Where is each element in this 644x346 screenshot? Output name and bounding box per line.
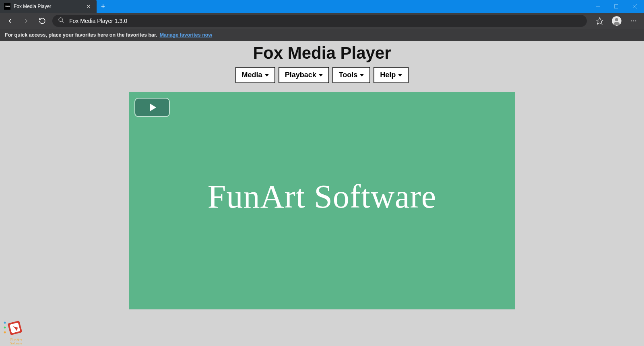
video-brand-overlay: FunArt Software: [208, 178, 436, 224]
minimize-icon[interactable]: [588, 0, 607, 13]
page-content: Fox Media Player Media Playback Tools He…: [0, 41, 644, 346]
window-controls: [588, 0, 644, 13]
close-window-icon[interactable]: [625, 0, 644, 13]
menu-media[interactable]: Media: [235, 67, 275, 83]
svg-marker-6: [597, 18, 603, 25]
svg-point-11: [635, 21, 636, 22]
menu-help[interactable]: Help: [374, 67, 409, 83]
chevron-down-icon: [398, 74, 402, 76]
svg-point-9: [631, 21, 632, 22]
menu-media-label: Media: [242, 71, 262, 79]
tab-close-icon[interactable]: ✕: [85, 3, 93, 10]
manage-favorites-link[interactable]: Manage favorites now: [160, 32, 213, 38]
favorite-star-icon[interactable]: [593, 14, 606, 27]
favorites-hint-text: For quick access, place your favorites h…: [5, 32, 157, 38]
address-text: Fox Media Player 1.3.0: [69, 18, 127, 24]
svg-rect-1: [615, 5, 618, 8]
app-menubar: Media Playback Tools Help: [0, 67, 644, 83]
refresh-button[interactable]: [36, 15, 48, 27]
svg-point-8: [615, 18, 618, 21]
svg-line-5: [62, 21, 64, 23]
menu-help-label: Help: [380, 71, 396, 79]
chevron-down-icon: [360, 74, 364, 76]
menu-playback-label: Playback: [285, 71, 316, 79]
chevron-down-icon: [319, 74, 323, 76]
chevron-down-icon: [265, 74, 269, 76]
forward-button[interactable]: [20, 15, 32, 27]
search-icon: [58, 17, 64, 25]
play-button[interactable]: [134, 98, 170, 117]
favorites-hint-bar: For quick access, place your favorites h…: [0, 29, 644, 41]
play-icon: [150, 103, 156, 111]
back-button[interactable]: [4, 15, 16, 27]
page-title: Fox Media Player: [0, 43, 644, 63]
svg-point-10: [633, 21, 634, 22]
profile-avatar[interactable]: [610, 14, 623, 27]
svg-point-14: [4, 332, 6, 334]
svg-point-4: [59, 18, 62, 21]
address-bar[interactable]: Fox Media Player 1.3.0: [52, 15, 587, 27]
tab-favicon: FMP: [4, 3, 10, 10]
video-player[interactable]: FunArt Software: [129, 92, 515, 309]
browser-toolbar: Fox Media Player 1.3.0: [0, 13, 644, 29]
svg-text:Software: Software: [10, 342, 22, 344]
new-tab-button[interactable]: +: [97, 0, 109, 13]
menu-playback[interactable]: Playback: [279, 67, 329, 83]
svg-point-12: [4, 322, 6, 324]
tab-title: Fox Media Player: [14, 4, 81, 9]
window-titlebar: FMP Fox Media Player ✕ +: [0, 0, 644, 13]
funart-logo: FunArt Software: [2, 319, 31, 344]
more-menu-icon[interactable]: [627, 14, 640, 27]
menu-tools-label: Tools: [339, 71, 358, 79]
browser-tab[interactable]: FMP Fox Media Player ✕: [0, 0, 97, 13]
svg-point-13: [4, 327, 6, 329]
menu-tools[interactable]: Tools: [332, 67, 371, 83]
maximize-icon[interactable]: [607, 0, 625, 13]
